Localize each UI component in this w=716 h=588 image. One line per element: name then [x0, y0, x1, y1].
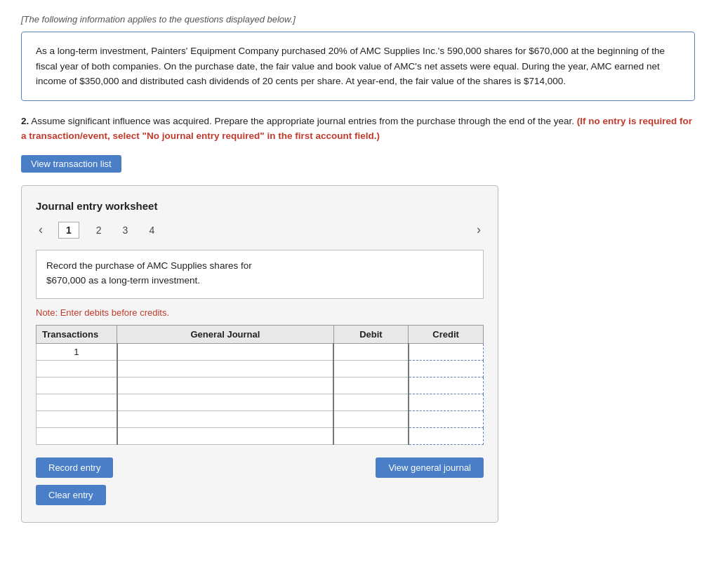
journal-input-4[interactable] [118, 394, 333, 410]
credit-input-1[interactable] [409, 344, 483, 360]
table-row [37, 360, 484, 377]
col-header-general-journal: General Journal [117, 325, 333, 343]
credit-entry-3[interactable] [409, 377, 484, 394]
table-row [37, 410, 484, 427]
tab-nav-row: ‹ 1 2 3 4 › [36, 222, 484, 239]
journal-input-3[interactable] [118, 377, 333, 394]
journal-entry-4[interactable] [117, 394, 333, 410]
description-text: Record the purchase of AMC Supplies shar… [46, 260, 252, 286]
transaction-number-2 [37, 360, 117, 377]
credit-entry-6[interactable] [409, 427, 484, 444]
credit-input-5[interactable] [409, 411, 483, 427]
transaction-number-5 [37, 410, 117, 427]
credit-input-3[interactable] [409, 377, 483, 394]
table-row [37, 427, 484, 444]
table-row [37, 394, 484, 410]
journal-entry-3[interactable] [117, 377, 333, 394]
question-block: 2. Assume significant influence was acqu… [21, 114, 695, 144]
intro-text: As a long-term investment, Painters' Equ… [36, 44, 680, 89]
credit-input-6[interactable] [409, 428, 483, 444]
view-general-journal-button[interactable]: View general journal [376, 457, 484, 478]
debit-entry-3[interactable] [333, 377, 409, 394]
debit-entry-1[interactable] [333, 343, 409, 360]
prev-tab-button[interactable]: ‹ [36, 222, 46, 237]
journal-input-2[interactable] [118, 361, 333, 377]
journal-entry-2[interactable] [117, 360, 333, 377]
table-row: 1 [37, 343, 484, 360]
transaction-number-6 [37, 427, 117, 444]
tab-3[interactable]: 3 [119, 222, 133, 238]
tab-1-active[interactable]: 1 [58, 222, 79, 239]
clear-entry-button[interactable]: Clear entry [36, 485, 106, 505]
transaction-number-4 [37, 394, 117, 410]
journal-input-5[interactable] [118, 411, 333, 427]
question-number: 2. [21, 116, 29, 126]
tab-4[interactable]: 4 [145, 222, 159, 238]
worksheet-title: Journal entry worksheet [36, 200, 484, 212]
credit-entry-2[interactable] [409, 360, 484, 377]
view-transaction-list-button[interactable]: View transaction list [21, 155, 121, 173]
journal-table: Transactions General Journal Debit Credi… [36, 325, 484, 445]
note-text: Note: Enter debits before credits. [36, 307, 484, 318]
bottom-buttons: Record entry View general journal Clear … [36, 457, 484, 505]
question-main: Assume significant influence was acquire… [31, 116, 576, 126]
next-tab-button[interactable]: › [474, 222, 484, 237]
button-row-2: Clear entry [36, 485, 484, 505]
journal-input-6[interactable] [118, 428, 333, 444]
debit-input-6[interactable] [334, 428, 408, 444]
debit-input-3[interactable] [334, 377, 408, 394]
journal-input-1[interactable] [118, 344, 333, 360]
credit-entry-5[interactable] [409, 410, 484, 427]
credit-input-4[interactable] [409, 394, 483, 410]
col-header-transactions: Transactions [37, 325, 117, 343]
credit-entry-1[interactable] [409, 343, 484, 360]
header-italic: [The following information applies to th… [21, 14, 695, 25]
debit-entry-5[interactable] [333, 410, 409, 427]
debit-entry-4[interactable] [333, 394, 409, 410]
tab-2[interactable]: 2 [92, 222, 106, 238]
transaction-number-3 [37, 377, 117, 394]
col-header-debit: Debit [333, 325, 409, 343]
debit-entry-2[interactable] [333, 360, 409, 377]
table-row [37, 377, 484, 394]
debit-entry-6[interactable] [333, 427, 409, 444]
debit-input-2[interactable] [334, 361, 408, 377]
debit-input-1[interactable] [334, 344, 408, 360]
record-entry-button[interactable]: Record entry [36, 457, 113, 478]
credit-input-2[interactable] [409, 361, 483, 377]
description-box: Record the purchase of AMC Supplies shar… [36, 250, 484, 299]
col-header-credit: Credit [409, 325, 484, 343]
journal-entry-6[interactable] [117, 427, 333, 444]
journal-entry-1[interactable] [117, 343, 333, 360]
debit-input-4[interactable] [334, 394, 408, 410]
intro-box: As a long-term investment, Painters' Equ… [21, 32, 695, 101]
debit-input-5[interactable] [334, 411, 408, 427]
button-row-1: Record entry View general journal [36, 457, 484, 478]
credit-entry-4[interactable] [409, 394, 484, 410]
journal-entry-5[interactable] [117, 410, 333, 427]
transaction-number-1: 1 [37, 343, 117, 360]
journal-entry-worksheet: Journal entry worksheet ‹ 1 2 3 4 › Reco… [21, 185, 498, 523]
